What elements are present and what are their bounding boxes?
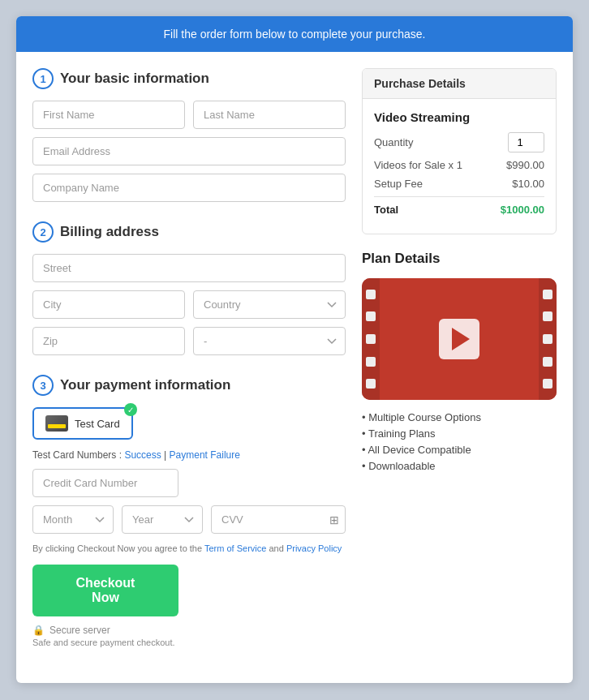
test-card-sep: | (164, 449, 166, 461)
last-name-input[interactable] (193, 101, 346, 129)
email-row (32, 137, 346, 165)
purchase-header: Purchase Details (363, 69, 556, 99)
section3-title: Your payment information (60, 377, 230, 393)
terms-prefix: By clicking Checkout Now you agree to th… (32, 543, 202, 553)
setup-price: $10.00 (512, 178, 544, 190)
purchase-details-box: Purchase Details Video Streaming Quantit… (362, 68, 557, 234)
city-country-row: Country (32, 290, 346, 319)
section-payment: 3 Your payment information Test Card ✓ T… (32, 375, 346, 647)
cvv-wrap: ⊞ (211, 505, 346, 534)
film-hole (366, 311, 376, 321)
film-hole (366, 334, 376, 344)
step3-circle: 3 (32, 375, 54, 396)
selected-check-icon: ✓ (124, 403, 137, 416)
main-card: Fill the order form below to complete yo… (16, 16, 573, 683)
total-row: Total $1000.00 (374, 196, 544, 216)
videos-label: Videos for Sale x 1 (374, 159, 462, 171)
zip-input[interactable] (32, 327, 185, 355)
month-select[interactable]: Month JanuaryFebruaryMarch AprilMayJune … (32, 505, 114, 534)
secure-row: 🔒 Secure server (32, 625, 346, 636)
test-card-failure-link[interactable]: Payment Failure (170, 449, 240, 461)
section1-header: 1 Your basic information (32, 68, 346, 89)
city-input[interactable] (32, 290, 185, 319)
test-card-prefix: Test Card Numbers : (32, 449, 122, 461)
banner-text: Fill the order form below to complete yo… (164, 28, 426, 41)
film-hole (543, 379, 552, 389)
terms-and: and (269, 543, 283, 553)
step1-circle: 1 (32, 68, 54, 89)
country-select[interactable]: Country (193, 290, 346, 319)
plan-title: Plan Details (362, 251, 557, 267)
section2-title: Billing address (60, 224, 159, 240)
section2-header: 2 Billing address (32, 221, 346, 243)
content-area: 1 Your basic information (16, 52, 573, 683)
test-card-success-link[interactable]: Success (124, 449, 161, 461)
play-triangle-icon (452, 328, 470, 350)
test-card-label: Test Card (75, 418, 120, 430)
film-hole (543, 334, 552, 344)
privacy-policy-link[interactable]: Privacy Policy (286, 543, 342, 553)
section1-title: Your basic information (60, 71, 209, 87)
feature-item: Training Plans (362, 427, 557, 440)
film-hole (543, 311, 552, 321)
plan-details: Plan Details (362, 251, 557, 472)
quantity-label: Quantity (374, 136, 413, 148)
total-label: Total (374, 204, 398, 216)
film-hole (543, 290, 552, 299)
feature-item: Multiple Course Options (362, 411, 557, 423)
product-name: Video Streaming (374, 110, 544, 124)
terms-of-service-link[interactable]: Term of Service (204, 543, 266, 553)
cvv-input[interactable] (211, 505, 346, 534)
cvv-row: Month JanuaryFebruaryMarch AprilMayJune … (32, 505, 346, 534)
email-input[interactable] (32, 137, 346, 165)
videos-row: Videos for Sale x 1 $990.00 (374, 159, 544, 171)
section3-header: 3 Your payment information (32, 375, 346, 396)
film-strip-right (539, 278, 557, 400)
first-name-input[interactable] (32, 101, 185, 129)
film-hole (366, 379, 376, 389)
street-input[interactable] (32, 254, 346, 282)
zip-state-row: - (32, 327, 346, 355)
video-thumbnail (362, 278, 557, 400)
section-billing: 2 Billing address Country - (32, 221, 346, 355)
film-hole (366, 357, 376, 367)
year-select[interactable]: Year 202420252026 2027202820292030 (122, 505, 203, 534)
section-basic-info: 1 Your basic information (32, 68, 346, 202)
setup-row: Setup Fee $10.00 (374, 178, 544, 190)
film-strip-left (362, 278, 380, 400)
film-hole (366, 290, 376, 299)
street-row (32, 254, 346, 282)
step2-circle: 2 (32, 221, 54, 243)
payment-methods-row: Test Card ✓ (32, 407, 346, 440)
secure-label: Secure server (49, 625, 110, 636)
checkout-button[interactable]: Checkout Now (32, 565, 178, 616)
quantity-input[interactable] (508, 132, 544, 152)
right-column: Purchase Details Video Streaming Quantit… (362, 68, 557, 667)
top-banner: Fill the order form below to complete yo… (16, 16, 573, 52)
state-select[interactable]: - (193, 327, 346, 355)
secure-sub-text: Safe and secure payment checkout. (32, 638, 346, 647)
left-column: 1 Your basic information (32, 68, 346, 667)
play-button[interactable] (439, 319, 479, 359)
feature-item: Downloadable (362, 460, 557, 472)
total-price: $1000.00 (501, 204, 544, 216)
quantity-row: Quantity (374, 132, 544, 152)
company-row (32, 174, 346, 202)
feature-item: All Device Compatible (362, 444, 557, 456)
cc-number-input[interactable] (32, 469, 178, 497)
videos-price: $990.00 (506, 159, 544, 171)
test-card-method[interactable]: Test Card ✓ (32, 407, 133, 440)
purchase-body: Video Streaming Quantity Videos for Sale… (363, 99, 556, 234)
terms-text: By clicking Checkout Now you agree to th… (32, 543, 346, 553)
company-input[interactable] (32, 174, 346, 202)
cvv-icon: ⊞ (329, 513, 339, 526)
name-row (32, 101, 346, 129)
lock-icon: 🔒 (32, 625, 45, 636)
film-hole (543, 357, 552, 367)
setup-label: Setup Fee (374, 178, 423, 190)
plan-features-list: Multiple Course Options Training Plans A… (362, 411, 557, 472)
cc-number-row (32, 469, 346, 497)
test-card-numbers: Test Card Numbers : Success | Payment Fa… (32, 449, 346, 461)
credit-card-icon (45, 415, 68, 432)
